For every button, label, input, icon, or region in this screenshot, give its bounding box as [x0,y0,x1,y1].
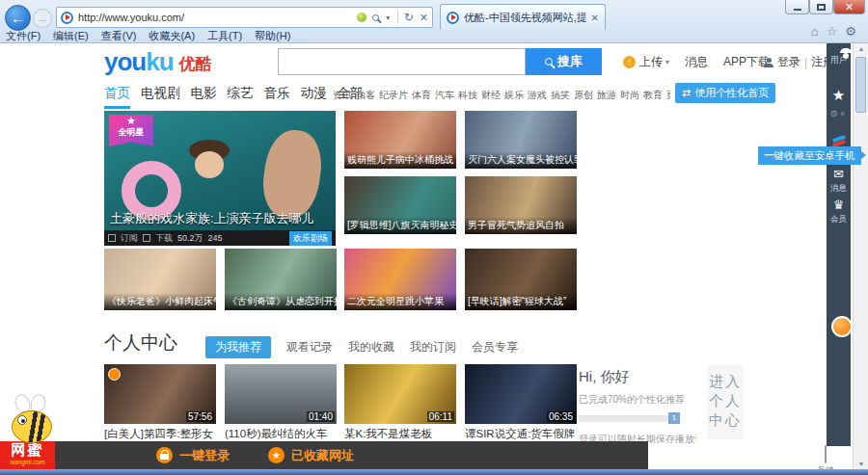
bookmarked-button[interactable]: ★ 已收藏网址 [268,447,354,464]
progress-badge: 1 [668,412,680,424]
hero-video[interactable]: ★ 全明星 土豪般的戏水家族:上演亲子版去哪儿 订阅 下载 50.2万 245 … [104,111,336,246]
chevron-down-icon[interactable]: ▼ [385,14,392,21]
featured-thumb[interactable]: 灭门六人案女魔头被控认罪 [465,111,577,169]
download-label[interactable]: 下载 [155,232,173,245]
hero-tag-chip[interactable]: 欢乐剧场 [289,231,332,246]
subnav-item[interactable]: 拍客 [356,89,375,102]
tab-subscriptions[interactable]: 我的订阅 [410,339,456,356]
refresh-icon[interactable]: ↻ [404,12,414,23]
enter-personal-center-button[interactable]: 进入个人中心 [707,364,744,439]
menu-edit[interactable]: 编辑(E) [53,29,89,43]
menu-bar: 文件(F) 编辑(E) 查看(V) 收藏夹(A) 工具(T) 帮助(H) [6,29,290,43]
menu-favorites[interactable]: 收藏夹(A) [149,29,195,43]
subnav-item[interactable]: 教育 [643,89,663,102]
logo-you: you [104,49,146,74]
scroll-up-arrow[interactable]: ▲ [854,45,868,52]
subnav-item[interactable]: 体育 [412,89,431,102]
envelope-icon: ✉ [833,167,844,181]
toolbar-user-button[interactable]: 用户 [827,53,851,66]
promo-float-icon[interactable] [831,316,853,337]
menu-help[interactable]: 帮助(H) [255,29,290,43]
subnav-item[interactable]: 财经 [481,89,501,102]
toolbar-messages-button[interactable]: ✉ 消息 [827,167,851,195]
scrollbar-thumb[interactable] [855,57,866,113]
search-icon [545,58,553,66]
menu-view[interactable]: 查看(V) [101,29,137,43]
search-button-label: 搜库 [557,53,583,70]
nav-item-anime[interactable]: 动漫 [301,85,327,109]
messages-link[interactable]: 消息 [685,54,708,70]
subnav-item[interactable]: 搞笑 [551,89,570,102]
compatibility-icon[interactable] [357,13,366,22]
scrollbar[interactable]: ▲ ▼ [853,43,868,469]
close-button[interactable]: ✕ [833,0,865,14]
wangmi-logo[interactable]: 网蜜 wangmi.com [0,441,55,469]
crown-icon: ♛ [833,198,845,212]
search-button[interactable]: 搜库 [526,48,602,75]
tab-vip[interactable]: 会员专享 [472,339,518,356]
subnav-item[interactable]: 资讯 [333,89,352,102]
featured-thumb[interactable]: 男子冒死气势追风自拍 [465,176,577,234]
back-button[interactable]: ← [5,5,31,31]
nav-item-music[interactable]: 音乐 [264,85,290,109]
url-text[interactable]: http://www.youku.com/ [78,12,357,23]
chevron-down-icon: ▾ [665,58,669,66]
menu-file[interactable]: 文件(F) [6,29,41,43]
personalize-homepage-button[interactable]: ⇄ 使用个性化首页 [675,83,775,103]
thumb-caption: 男子冒死气势追风自拍 [465,217,577,234]
subnav-item[interactable]: 更多 [666,89,670,102]
subnav-item[interactable]: 原创 [574,89,593,102]
subnav-item[interactable]: 纪录片 [379,89,408,102]
address-bar[interactable]: http://www.youku.com/ ▼ ↻ ✕ [56,7,433,28]
featured-thumb[interactable]: 贱萌熊儿子病中冰桶挑战 [344,111,456,169]
subnav-item[interactable]: 科技 [458,89,477,102]
featured-thumb[interactable]: 《快乐老爸》小鲜肉起床气 [104,249,216,310]
menu-tools[interactable]: 工具(T) [207,29,242,43]
settings-gear-icon[interactable]: ⚙ [845,24,856,39]
search-input[interactable] [278,48,526,75]
tab-watch-history[interactable]: 观看记录 [286,339,333,356]
tab-close-icon[interactable]: ✕ [591,13,599,23]
app-download-link[interactable]: APP下载 [723,54,770,70]
search-icon[interactable] [372,14,379,21]
scroll-down-arrow[interactable]: ▼ [854,461,868,467]
home-icon[interactable]: ⌂ [811,24,819,39]
subnav-item[interactable]: 娱乐 [504,89,524,102]
close-icon: × [840,109,847,119]
upload-link[interactable]: ↑ 上传 ▾ [623,54,669,70]
subnav-item[interactable]: 汽车 [435,89,454,102]
tab-recommended[interactable]: 为我推荐 [205,336,271,358]
tab-favorites[interactable]: 我的收藏 [348,339,394,356]
subnav-item[interactable]: 游戏 [528,89,547,102]
featured-thumb[interactable]: 二次元全明星跳小苹果 [344,249,456,310]
subnav-item[interactable]: 时尚 [620,89,639,102]
youku-logo[interactable]: youku 优酷 [104,49,212,74]
forward-button[interactable]: → [33,9,52,28]
toolbar-vip-button[interactable]: ♛ 会员 [827,198,851,225]
nav-item-home[interactable]: 首页 [104,85,130,109]
nav-item-movies[interactable]: 电影 [191,85,217,109]
subnav-item[interactable]: 旅游 [597,89,616,102]
toolbar-client-button[interactable] [827,136,851,146]
nav-item-tv[interactable]: 电视剧 [141,85,180,109]
featured-thumb[interactable]: 《古剑奇谭》从虐恋到开挂 [225,249,337,310]
bee-mascot[interactable] [8,394,58,443]
favorites-star-icon[interactable]: ☆ [827,24,838,39]
minimize-button[interactable] [785,0,809,14]
subscribe-label[interactable]: 订阅 [121,232,138,245]
login-link[interactable]: 登录 [777,54,800,70]
maximize-button[interactable] [809,0,833,14]
personal-center-title: 个人中心 [104,330,177,356]
stop-icon[interactable]: ✕ [420,13,428,23]
browser-tab[interactable]: 优酷-中国领先视频网站,提... ✕ [440,4,606,30]
nav-item-variety[interactable]: 综艺 [228,85,254,109]
allstar-badge: ★ 全明星 [109,115,153,146]
toolbar-favorites-button[interactable]: ★ [827,87,851,104]
send-to-phone-tooltip[interactable]: 一键收藏至安卓手机 [758,146,861,165]
featured-thumb[interactable]: [罗辑思维]八旗灭南明秘史 [344,176,456,234]
featured-thumb[interactable]: [早映话]解密“猩球大战” [465,249,577,310]
toolbar-settings-row[interactable]: ⚙× [827,109,851,119]
download-icon [143,234,150,242]
quick-login-button[interactable]: 一键登录 [156,447,230,464]
child-figure-graphic [195,151,224,178]
